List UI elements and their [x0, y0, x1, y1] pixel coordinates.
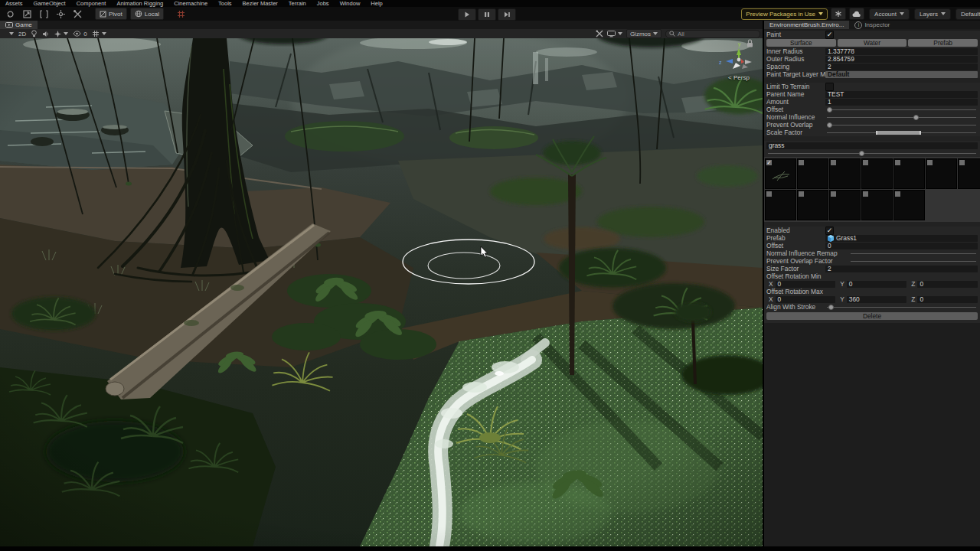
mode-2d-toggle[interactable]: 2D [18, 31, 26, 37]
tile-checkbox[interactable] [831, 191, 836, 197]
rect-tool-button[interactable] [37, 8, 51, 19]
custom-tool-button[interactable] [70, 8, 84, 19]
view-tool-button[interactable] [3, 8, 17, 19]
lighting-toggle-icon[interactable] [31, 30, 38, 37]
tile-checkbox[interactable] [895, 191, 900, 197]
tile-checkbox[interactable] [927, 160, 933, 165]
local-toggle[interactable]: Local [130, 8, 164, 20]
play-button[interactable] [458, 8, 476, 21]
prefab-tile[interactable] [797, 190, 828, 220]
prefab-tile[interactable] [893, 158, 925, 189]
services-button[interactable] [831, 8, 846, 20]
menu-animation-rigging[interactable]: Animation Rigging [111, 0, 168, 7]
align-with-stroke-slider[interactable] [825, 303, 978, 311]
display-dropdown[interactable] [607, 31, 622, 37]
prefab-tile[interactable]: ✓ [765, 158, 796, 189]
tile-checkbox[interactable] [831, 160, 836, 165]
step-button[interactable] [498, 8, 516, 21]
prevent-overlap-factor-curve[interactable] [851, 261, 976, 262]
prefab-tile[interactable] [958, 158, 980, 189]
menu-help[interactable]: Help [365, 0, 387, 7]
prefab-tile[interactable] [926, 158, 957, 189]
scale-factor-minmax-slider[interactable] [825, 129, 978, 136]
account-dropdown[interactable]: Account [869, 8, 910, 20]
brush-group-slider[interactable] [766, 149, 978, 157]
snap-grid-button[interactable] [175, 8, 188, 19]
move-tool-button[interactable] [20, 8, 34, 19]
normal-influence-remap-curve[interactable] [851, 253, 976, 254]
min-z-field[interactable]: 0 [917, 281, 978, 288]
limit-to-terrain-checkbox[interactable] [825, 83, 834, 91]
min-x-field[interactable]: 0 [776, 281, 836, 288]
brush-group-name-field[interactable]: grass [766, 142, 978, 149]
parent-name-field[interactable]: TEST [825, 91, 978, 98]
cloud-button[interactable] [849, 8, 864, 20]
prefab-tile[interactable] [861, 158, 893, 189]
tab-water[interactable]: Water [838, 39, 907, 47]
tab-surface[interactable]: Surface [766, 39, 836, 47]
max-x-field[interactable]: 0 [776, 296, 836, 303]
tile-checkbox[interactable] [863, 160, 868, 165]
menu-cinemachine[interactable]: Cinemachine [168, 0, 213, 7]
layers-dropdown[interactable]: Layers [914, 8, 951, 20]
layout-dropdown[interactable]: Default [956, 8, 980, 20]
outer-radius-field[interactable]: 2.854759 [825, 56, 978, 63]
tile-checkbox[interactable] [799, 191, 804, 197]
prefab-object-field[interactable]: Grass1 [825, 235, 978, 242]
offset-slider[interactable] [825, 106, 978, 113]
max-z-field[interactable]: 0 [917, 296, 978, 303]
inner-radius-field[interactable]: 1.337778 [825, 48, 978, 55]
projection-label[interactable]: < Persp [728, 74, 750, 81]
pivot-toggle[interactable]: Pivot [95, 8, 127, 20]
size-factor-field[interactable]: 2 [825, 266, 978, 272]
game-viewport[interactable]: y z < Persp [0, 38, 763, 546]
tab-prefab[interactable]: Prefab [908, 39, 978, 47]
paint-checkbox[interactable]: ✓ [825, 31, 834, 39]
layer-mask-dropdown[interactable]: Default [825, 71, 978, 78]
prefab-tile[interactable] [829, 158, 861, 189]
spacing-field[interactable]: 2 [825, 64, 978, 70]
max-y-field[interactable]: 360 [847, 296, 907, 303]
tile-checkbox[interactable] [799, 160, 804, 165]
min-y-field[interactable]: 0 [847, 281, 907, 288]
preview-packages-dropdown[interactable]: Preview Packages in Use [741, 8, 828, 20]
menu-component[interactable]: Component [71, 0, 112, 7]
enabled-checkbox[interactable]: ✓ [825, 227, 834, 235]
tab-inspector[interactable]: i Inspector [849, 21, 895, 29]
audio-toggle-icon[interactable] [42, 31, 50, 37]
tile-checkbox[interactable] [895, 160, 900, 165]
menu-gameobject[interactable]: GameObject [28, 0, 71, 7]
gizmos-dropdown[interactable]: Gizmos [626, 29, 662, 38]
tab-environmentbrush[interactable]: EnvironmentBrush.Enviro... [764, 21, 849, 29]
menu-terrain[interactable]: Terrain [283, 0, 312, 7]
services-asterisk-icon [835, 10, 842, 18]
menu-window[interactable]: Window [335, 0, 366, 7]
tile-checkbox[interactable] [863, 191, 868, 197]
menu-bezier-master[interactable]: Bezier Master [237, 0, 283, 7]
tab-game[interactable]: Game [0, 21, 38, 29]
tool-settings-icon[interactable] [596, 30, 603, 37]
prefab-offset-field[interactable]: 0 [825, 243, 978, 249]
normal-influence-slider[interactable] [825, 113, 978, 121]
prefab-tile[interactable] [765, 190, 796, 220]
scene-visibility-toggle[interactable]: 0 [73, 31, 87, 37]
amount-field[interactable]: 1 [825, 99, 978, 106]
draw-mode-dropdown[interactable] [9, 32, 14, 35]
tile-checkbox[interactable] [766, 191, 772, 197]
transform-tool-button[interactable] [54, 8, 67, 19]
prevent-overlap-slider[interactable] [825, 121, 978, 129]
grid-settings-dropdown[interactable] [92, 30, 106, 37]
menu-jobs[interactable]: Jobs [312, 0, 335, 7]
delete-button[interactable]: Delete [766, 312, 978, 320]
prefab-tile[interactable] [797, 158, 828, 189]
prefab-tile[interactable] [893, 190, 925, 220]
prefab-tile[interactable] [829, 190, 861, 220]
tile-checkbox-checked[interactable]: ✓ [766, 160, 772, 165]
menu-tools[interactable]: Tools [213, 0, 237, 7]
menu-assets[interactable]: Assets [0, 0, 28, 7]
prefab-tile[interactable] [861, 190, 893, 220]
gizmo-search-input[interactable]: All [665, 30, 760, 38]
pause-button[interactable] [478, 8, 496, 21]
tile-checkbox[interactable] [959, 160, 965, 165]
effects-dropdown[interactable] [54, 31, 68, 37]
